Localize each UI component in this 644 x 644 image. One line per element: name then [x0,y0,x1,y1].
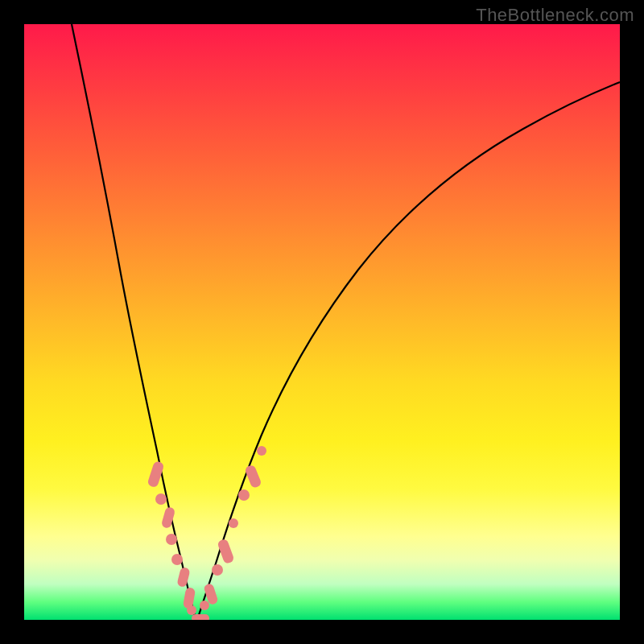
marker-dot [229,518,238,528]
marker-dot [257,446,266,456]
right-markers [200,446,266,610]
marker-dot [200,601,209,610]
marker-dot [238,489,250,501]
marker-dot [176,567,190,588]
left-markers [147,460,196,615]
marker-dot [171,554,183,565]
marker-dot [166,534,177,545]
right-curve [197,82,620,620]
left-curve [72,24,197,620]
plot-area [24,24,620,620]
chart-container: TheBottleneck.com [0,0,644,644]
marker-dot [192,614,209,620]
watermark-text: TheBottleneck.com [476,5,634,26]
marker-dot [244,464,262,489]
chart-svg [24,24,620,620]
marker-dot [187,605,196,615]
marker-dot [212,564,223,576]
marker-dot [155,493,167,505]
